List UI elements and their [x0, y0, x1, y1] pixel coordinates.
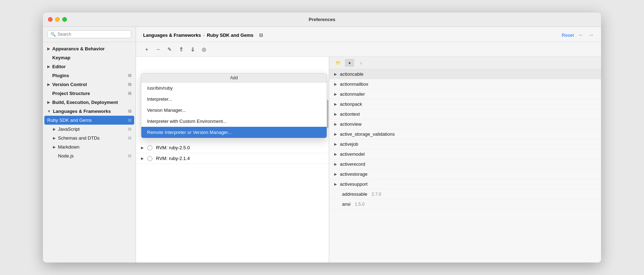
dropdown-item-version-manager[interactable]: Version Manager...: [141, 105, 327, 116]
sidebar-item-javascript[interactable]: ▶ JavaScript ⊟: [43, 125, 136, 134]
gems-download-button[interactable]: ↓: [356, 59, 366, 67]
gem-item-actioncable[interactable]: ▶ actioncable: [329, 69, 601, 79]
gem-item-activerecord[interactable]: ▶ activerecord: [329, 159, 601, 169]
chevron-right-icon: ▶: [334, 122, 337, 126]
chevron-right-icon: ▶: [334, 152, 337, 156]
gem-item-activemodel[interactable]: ▶ activemodel: [329, 149, 601, 159]
sidebar-item-languages-frameworks[interactable]: ▼ Languages & Frameworks ⊟: [43, 107, 136, 116]
gem-item-activejob[interactable]: ▶ activejob: [329, 139, 601, 149]
sidebar-item-keymap[interactable]: Keymap: [43, 53, 136, 62]
minimize-button[interactable]: [55, 17, 60, 22]
sidebar-item-label: Build, Execution, Deployment: [52, 100, 118, 105]
gem-item-actiontext[interactable]: ▶ actiontext: [329, 109, 601, 119]
gems-toolbar: 📁 ● ↓: [329, 57, 601, 69]
move-up-icon: ⇑: [179, 46, 184, 53]
gem-item-active-storage-validations[interactable]: ▶ active_storage_validations: [329, 129, 601, 139]
project-structure-badge: ⊟: [128, 91, 131, 96]
gem-name: activerecord: [340, 161, 365, 167]
dropdown-header: Add: [141, 74, 327, 82]
panel-split: Add /usr/bin/ruby Interpreter... Version…: [136, 57, 601, 262]
javascript-badge: ⊟: [128, 127, 131, 131]
plugins-badge: ⊟: [128, 73, 131, 78]
breadcrumb: Languages & Frameworks › Ruby SDK and Ge…: [143, 32, 263, 38]
chevron-right-icon: ▶: [334, 112, 337, 116]
preferences-window: Preferences 🔍 ▶ Appearance & Behavior Ke…: [43, 12, 601, 262]
dropdown-item-usr-bin-ruby[interactable]: /usr/bin/ruby: [141, 82, 327, 94]
sidebar-item-label: Plugins: [47, 73, 69, 78]
remove-icon: −: [157, 46, 160, 52]
sidebar-item-schemas[interactable]: ▶ Schemas and DTDs ⊟: [43, 134, 136, 142]
gems-panel: 📁 ● ↓ ▶ actioncable: [329, 57, 601, 262]
chevron-right-icon: ▶: [334, 92, 337, 96]
titlebar: Preferences: [43, 12, 601, 27]
nav-back-button[interactable]: ←: [578, 32, 584, 38]
add-button[interactable]: +: [142, 45, 152, 54]
chevron-right-icon: ▶: [47, 82, 50, 86]
dropdown-item-interpreter[interactable]: Interpreter...: [141, 94, 327, 105]
search-input[interactable]: [58, 32, 128, 37]
sidebar-item-ruby-sdk[interactable]: Ruby SDK and Gems ⊟: [44, 116, 134, 125]
sdk-items-list: ▶ RVM: ruby-2.5.0 ▶ RVM: ruby-2.1.4: [136, 142, 329, 164]
gems-dot-button[interactable]: ●: [345, 59, 354, 67]
chevron-down-icon: ▼: [47, 109, 51, 113]
chevron-right-icon: ▶: [334, 142, 337, 146]
sidebar-item-markdown[interactable]: ▶ Markdown: [43, 142, 136, 151]
sidebar-item-version-control[interactable]: ▶ Version Control ⊟: [43, 80, 136, 89]
gems-folder-button[interactable]: 📁: [333, 59, 343, 67]
gem-item-actionview[interactable]: ▶ actionview: [329, 119, 601, 129]
sidebar-item-nodejs[interactable]: Node.js ⊟: [43, 151, 136, 160]
maximize-button[interactable]: [62, 17, 67, 22]
chevron-right-icon: ▶: [334, 182, 337, 186]
search-icon: 🔍: [50, 32, 56, 37]
sidebar-item-build-execution[interactable]: ▶ Build, Execution, Deployment: [43, 98, 136, 107]
gem-name: activesupport: [340, 181, 367, 187]
dropdown-item-remote-interpreter[interactable]: Remote Interpreter or Version Manager...: [141, 127, 327, 138]
breadcrumb-parent: Languages & Frameworks: [143, 32, 201, 38]
dropdown-item-interpreter-custom[interactable]: Interpreter with Custom Environment...: [141, 116, 327, 127]
sidebar-item-label: Keymap: [47, 55, 70, 60]
search-input-wrap[interactable]: 🔍: [47, 30, 131, 38]
gem-version: 2.7.0: [372, 192, 381, 197]
sidebar: 🔍 ▶ Appearance & Behavior Keymap ▶ Edito…: [43, 27, 136, 262]
main-panel: Languages & Frameworks › Ruby SDK and Ge…: [136, 27, 601, 262]
chevron-right-icon: ▶: [53, 127, 56, 131]
chevron-right-icon: ▶: [334, 72, 337, 76]
sdk-item-rvm-250[interactable]: ▶ RVM: ruby-2.5.0: [136, 142, 329, 153]
sidebar-item-project-structure[interactable]: Project Structure ⊟: [43, 89, 136, 98]
radio-icon: [147, 145, 152, 150]
sdk-item-label: RVM: ruby-2.1.4: [156, 156, 190, 161]
chevron-right-icon: ▶: [334, 102, 337, 106]
gem-item-actionmailer[interactable]: ▶ actionmailer: [329, 89, 601, 99]
gem-name: addressable: [342, 191, 367, 197]
gem-item-ansi[interactable]: ansi 1.5.0: [329, 199, 601, 209]
move-up-button[interactable]: ⇑: [176, 45, 186, 54]
move-down-button[interactable]: ⇓: [187, 45, 197, 54]
gem-name: actioncable: [340, 71, 364, 77]
sdk-item-rvm-214[interactable]: ▶ RVM: ruby-2.1.4: [136, 153, 329, 164]
gem-item-actionpack[interactable]: ▶ actionpack: [329, 99, 601, 109]
sidebar-items-list: ▶ Appearance & Behavior Keymap ▶ Editor …: [43, 42, 136, 262]
gem-name: actiontext: [340, 111, 360, 117]
sidebar-item-appearance[interactable]: ▶ Appearance & Behavior: [43, 44, 136, 53]
edit-button[interactable]: ✎: [165, 45, 175, 54]
chevron-right-icon: ▶: [53, 136, 56, 140]
sidebar-item-plugins[interactable]: Plugins ⊟: [43, 71, 136, 80]
remove-button[interactable]: −: [153, 45, 163, 54]
schemas-badge: ⊟: [128, 136, 131, 140]
nav-forward-button[interactable]: →: [588, 32, 594, 38]
gem-item-addressable[interactable]: addressable 2.7.0: [329, 189, 601, 199]
reset-button[interactable]: Reset: [562, 32, 574, 38]
close-button[interactable]: [48, 17, 53, 22]
download-icon: ↓: [360, 60, 362, 65]
languages-badge: ⊟: [128, 109, 131, 114]
gem-item-actionmailbox[interactable]: ▶ actionmailbox: [329, 79, 601, 89]
chevron-right-icon: ▶: [47, 65, 50, 69]
gem-item-activestorage[interactable]: ▶ activestorage: [329, 169, 601, 179]
gem-name: activemodel: [340, 151, 365, 157]
sdk-toolbar: + − ✎ ⇑ ⇓ ◎: [136, 42, 601, 57]
eye-button[interactable]: ◎: [199, 45, 209, 54]
gem-item-activesupport[interactable]: ▶ activesupport: [329, 179, 601, 189]
gem-name: actionview: [340, 121, 362, 127]
sidebar-item-editor[interactable]: ▶ Editor: [43, 62, 136, 71]
collapse-icon[interactable]: ⊟: [259, 32, 263, 38]
